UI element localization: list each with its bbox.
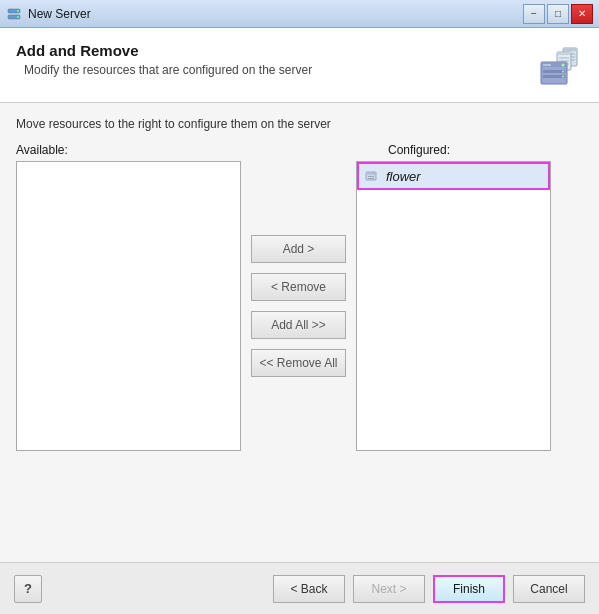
help-button[interactable]: ? [14, 575, 42, 603]
title-bar-title: New Server [28, 7, 523, 21]
list-item[interactable]: flower [357, 162, 550, 190]
svg-rect-26 [368, 178, 374, 179]
instruction-text: Move resources to the right to configure… [16, 117, 583, 131]
back-button[interactable]: < Back [273, 575, 345, 603]
server-graphic [535, 42, 583, 90]
svg-point-3 [17, 16, 19, 18]
next-button[interactable]: Next > [353, 575, 425, 603]
configured-label: Configured: [388, 143, 583, 157]
available-list[interactable] [16, 161, 241, 451]
add-all-button[interactable]: Add All >> [251, 311, 346, 339]
svg-rect-25 [368, 176, 374, 177]
svg-rect-16 [543, 64, 551, 66]
dialog: Add and Remove Modify the resources that… [0, 28, 599, 614]
cancel-button[interactable]: Cancel [513, 575, 585, 603]
remove-button[interactable]: < Remove [251, 273, 346, 301]
finish-button[interactable]: Finish [433, 575, 505, 603]
title-bar-buttons: − □ ✕ [523, 4, 593, 24]
dialog-title: Add and Remove [16, 42, 312, 59]
svg-point-20 [562, 71, 564, 73]
svg-point-21 [562, 76, 564, 78]
configured-list[interactable]: flower [356, 161, 551, 451]
close-button[interactable]: ✕ [571, 4, 593, 24]
svg-rect-18 [543, 70, 565, 73]
item-label-flower: flower [386, 169, 421, 184]
svg-point-17 [562, 64, 565, 67]
dialog-header: Add and Remove Modify the resources that… [0, 28, 599, 103]
svg-point-2 [17, 10, 19, 12]
svg-point-24 [373, 172, 375, 174]
resource-icon [365, 168, 381, 184]
title-bar-icon [6, 6, 22, 22]
dialog-footer: ? < Back Next > Finish Cancel [0, 562, 599, 614]
dialog-subtitle: Modify the resources that are configured… [24, 63, 312, 77]
minimize-button[interactable]: − [523, 4, 545, 24]
remove-all-button[interactable]: << Remove All [251, 349, 346, 377]
svg-rect-10 [557, 52, 571, 55]
title-bar: New Server − □ ✕ [0, 0, 599, 28]
available-label: Available: [16, 143, 241, 157]
svg-rect-5 [563, 48, 577, 51]
dialog-header-text: Add and Remove Modify the resources that… [16, 42, 312, 77]
maximize-button[interactable]: □ [547, 4, 569, 24]
transfer-buttons: Add > < Remove Add All >> << Remove All [241, 161, 356, 451]
footer-buttons: < Back Next > Finish Cancel [273, 575, 585, 603]
transfer-area: Add > < Remove Add All >> << Remove All [16, 161, 583, 451]
columns-label-row: Available: Configured: [16, 143, 583, 157]
svg-rect-19 [543, 75, 565, 78]
dialog-body: Move resources to the right to configure… [0, 103, 599, 562]
add-button[interactable]: Add > [251, 235, 346, 263]
